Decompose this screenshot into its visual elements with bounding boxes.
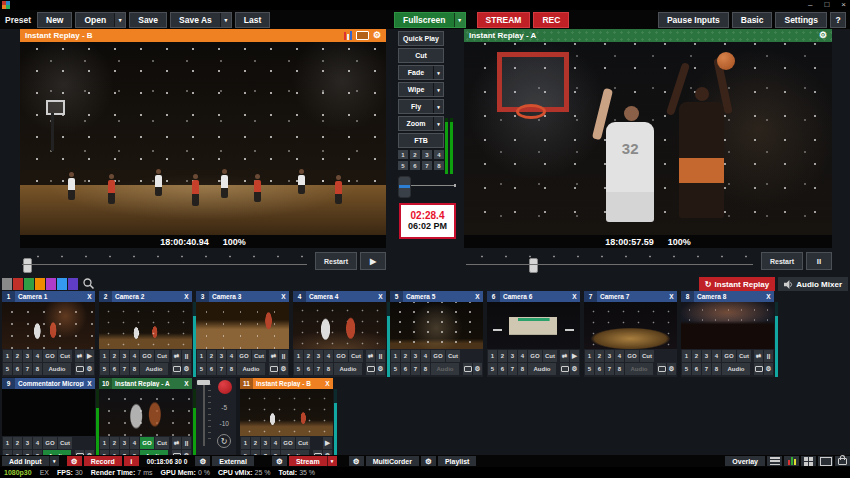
cut-button[interactable]: Cut xyxy=(252,350,266,362)
gear-icon[interactable]: ⚙ xyxy=(473,363,482,375)
transition-number-button[interactable]: 2 xyxy=(110,350,119,362)
transition-number-button[interactable]: 8 xyxy=(421,363,430,375)
audio-button[interactable]: Audio xyxy=(334,363,362,375)
pause-inputs-button[interactable]: Pause Inputs xyxy=(658,12,729,28)
cut-button[interactable]: Cut xyxy=(296,437,310,449)
transition-number-button[interactable]: 4 xyxy=(130,437,139,449)
settings-button[interactable]: Settings xyxy=(775,12,827,28)
input-titlebar[interactable]: 6 Camera 6 X xyxy=(487,291,580,302)
transition-number-button[interactable]: 2 xyxy=(251,437,260,449)
audio-button[interactable]: Audio xyxy=(237,363,265,375)
fullscreen-dropdown[interactable]: ▾ xyxy=(454,13,465,27)
external-settings-gear-icon[interactable]: ⚙ xyxy=(195,456,210,466)
input-tile[interactable]: 10 Instant Replay - A X 1234GOCut⇄II 567… xyxy=(99,378,192,464)
preview-right-titlebar[interactable]: Instant Replay - A ⚙ xyxy=(464,29,832,42)
go-button[interactable]: GO xyxy=(43,437,57,449)
transition-number-button[interactable]: 5 xyxy=(391,363,400,375)
go-button[interactable]: GO xyxy=(237,350,251,362)
loop-icon[interactable]: ⇄ xyxy=(754,350,763,362)
transition-number-button[interactable]: 1 xyxy=(391,350,400,362)
transition-number-button[interactable]: 1 xyxy=(3,350,12,362)
transition-number-button[interactable]: 6 xyxy=(498,363,507,375)
input-titlebar[interactable]: 5 Camera 5 X xyxy=(390,291,483,302)
input-thumbnail[interactable] xyxy=(196,302,289,349)
transition-number-button[interactable]: 2 xyxy=(304,350,313,362)
cut-button[interactable]: Cut xyxy=(640,350,654,362)
zoom-dropdown[interactable]: ▾ xyxy=(433,117,443,130)
transition-number-button[interactable]: 2 xyxy=(595,350,604,362)
audio-button[interactable]: Audio xyxy=(625,363,653,375)
play-icon[interactable]: ▶ xyxy=(570,350,579,362)
close-button[interactable]: × xyxy=(841,0,846,10)
transition-number-button[interactable]: 7 xyxy=(314,363,323,375)
transition-number-button[interactable]: 3 xyxy=(120,437,129,449)
transition-number-button[interactable]: 7 xyxy=(702,363,711,375)
transition-number-button[interactable]: 4 xyxy=(324,350,333,362)
input-thumbnail[interactable] xyxy=(390,302,483,349)
lock-icon[interactable] xyxy=(835,456,850,466)
close-icon[interactable]: X xyxy=(666,293,677,300)
record-button[interactable]: Record xyxy=(84,456,122,466)
transition-number-button[interactable]: 6 xyxy=(595,363,604,375)
transition-number-button[interactable]: 5 xyxy=(3,363,12,375)
instant-replay-button[interactable]: ↻ Instant Replay xyxy=(699,277,775,291)
go-button[interactable]: GO xyxy=(43,350,57,362)
transition-1[interactable]: 1 xyxy=(398,150,408,159)
close-icon[interactable]: X xyxy=(84,380,95,387)
transition-number-button[interactable]: 8 xyxy=(518,363,527,375)
wipe-dropdown[interactable]: ▾ xyxy=(433,83,443,96)
transition-number-button[interactable]: 2 xyxy=(13,437,22,449)
input-titlebar[interactable]: 10 Instant Replay - A X xyxy=(99,378,192,389)
stream-button[interactable]: Stream▾ xyxy=(289,456,337,466)
fader-handle[interactable] xyxy=(197,380,210,385)
transition-number-button[interactable]: 3 xyxy=(508,350,517,362)
fly-dropdown[interactable]: ▾ xyxy=(433,100,443,113)
audio-bars-icon[interactable] xyxy=(344,31,352,40)
gear-icon[interactable]: ⚙ xyxy=(764,363,773,375)
input-tile[interactable]: 2 Camera 2 X 1234GOCut⇄II 5678Audio⚙ xyxy=(99,291,192,377)
transition-number-button[interactable]: 4 xyxy=(33,350,42,362)
gear-icon[interactable]: ⚙ xyxy=(376,363,385,375)
transition-number-button[interactable]: 8 xyxy=(324,363,333,375)
preview-left-titlebar[interactable]: Instant Replay - B ⚙ xyxy=(20,29,386,42)
transition-number-button[interactable]: 3 xyxy=(217,350,226,362)
close-icon[interactable]: X xyxy=(84,293,95,300)
cut-button[interactable]: Cut xyxy=(398,48,444,63)
input-titlebar[interactable]: 4 Camera 4 X xyxy=(293,291,386,302)
reset-volume-icon[interactable]: ↻ xyxy=(217,434,231,448)
color-swatch[interactable] xyxy=(57,278,67,290)
transition-number-button[interactable]: 5 xyxy=(585,363,594,375)
transition-number-button[interactable]: 6 xyxy=(304,363,313,375)
close-icon[interactable]: X xyxy=(181,293,192,300)
go-button[interactable]: GO xyxy=(625,350,639,362)
input-tile[interactable]: 6 Camera 6 X 1234GOCut⇄▶ 5678Audio⚙ xyxy=(487,291,580,377)
overlay-button[interactable]: Overlay xyxy=(725,456,765,466)
transition-number-button[interactable]: 1 xyxy=(294,350,303,362)
fade-button[interactable]: Fade▾ xyxy=(398,65,444,80)
transition-number-button[interactable]: 2 xyxy=(498,350,507,362)
transition-number-button[interactable]: 7 xyxy=(23,363,32,375)
transition-number-button[interactable]: 4 xyxy=(227,350,236,362)
transition-number-button[interactable]: 8 xyxy=(130,363,139,375)
loop-icon[interactable]: ⇄ xyxy=(172,437,181,449)
color-swatch[interactable] xyxy=(46,278,56,290)
input-titlebar[interactable]: 8 Camera 8 X xyxy=(681,291,774,302)
input-titlebar[interactable]: 1 Camera 1 X xyxy=(2,291,95,302)
pause-icon[interactable]: II xyxy=(182,350,191,362)
input-tile[interactable]: 5 Camera 5 X 1234GOCut 5678Audio⚙ xyxy=(390,291,483,377)
transition-number-button[interactable]: 4 xyxy=(271,437,280,449)
monitor-icon[interactable] xyxy=(657,363,666,375)
transition-number-button[interactable]: 2 xyxy=(110,437,119,449)
input-tile[interactable]: 1 Camera 1 X 1234GOCut⇄▶ 5678Audio⚙ xyxy=(2,291,95,377)
seek-handle[interactable] xyxy=(23,258,32,273)
add-input-button[interactable]: Add Input▾ xyxy=(2,456,59,466)
gear-icon[interactable]: ⚙ xyxy=(570,363,579,375)
pause-button[interactable]: II xyxy=(806,252,832,270)
input-thumbnail[interactable] xyxy=(681,302,774,349)
monitor-icon[interactable] xyxy=(463,363,472,375)
play-button[interactable]: ▶ xyxy=(360,252,386,270)
stream-settings-gear-icon[interactable]: ⚙ xyxy=(272,456,287,466)
transition-number-button[interactable]: 1 xyxy=(197,350,206,362)
gear-icon[interactable]: ⚙ xyxy=(182,363,191,375)
transition-number-button[interactable]: 3 xyxy=(605,350,614,362)
